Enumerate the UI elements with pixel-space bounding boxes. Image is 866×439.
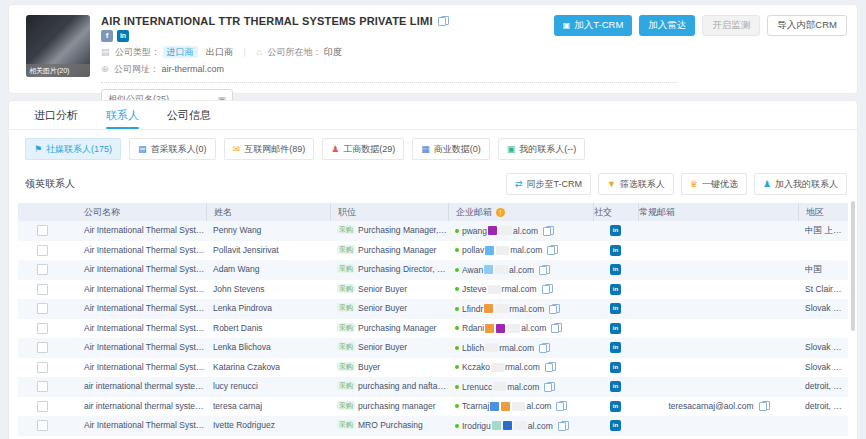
email-cell: Awanal.com	[448, 260, 593, 280]
table-row: Air International Thermal SystemsLenka B…	[18, 338, 848, 358]
regular-email-cell	[638, 377, 798, 397]
filter-chip[interactable]: ▦商业数据(0)	[412, 138, 490, 160]
filter-chip-label: 社媒联系人(175)	[46, 143, 112, 156]
email-prefix: Rdani	[462, 323, 484, 333]
row-checkbox[interactable]	[37, 303, 48, 314]
website-value[interactable]: air-thermal.com	[162, 64, 225, 74]
linkedin-icon[interactable]: in	[117, 30, 129, 42]
row-checkbox[interactable]	[37, 362, 48, 373]
exporter-tag[interactable]: 出口商	[206, 47, 233, 57]
social-cell: in	[593, 241, 638, 261]
linkedin-icon[interactable]: in	[610, 420, 621, 431]
section-row: 领英联系人 ⇄同步至T-CRM▼筛选联系人♛一键优选♟加入我的联系人	[9, 167, 857, 201]
table-action-button[interactable]: ♛一键优选	[681, 173, 747, 195]
linkedin-icon[interactable]: in	[610, 323, 621, 334]
row-checkbox[interactable]	[37, 225, 48, 236]
start-monitoring-button[interactable]: 开启监测	[702, 15, 760, 36]
linkedin-icon[interactable]: in	[610, 342, 621, 353]
masked-email-block	[491, 363, 504, 372]
table-action-label: 同步至T-CRM	[526, 178, 582, 191]
table-action-button[interactable]: ▼筛选联系人	[598, 173, 674, 195]
location-icon: ⌂	[256, 47, 261, 57]
table-action-button[interactable]: ♟加入我的联系人	[754, 173, 847, 195]
contact-filter-row: ⚑社媒联系人(175)▤首采联系人(0)✉互联网邮件(89)♟工商数据(29)▦…	[9, 130, 857, 167]
row-checkbox[interactable]	[37, 420, 48, 431]
row-checkbox[interactable]	[37, 245, 48, 256]
row-checkbox[interactable]	[37, 264, 48, 275]
masked-email-block	[492, 421, 501, 430]
email-status-dot	[455, 307, 459, 311]
social-cell: in	[593, 319, 638, 339]
tab-import-analysis[interactable]: 进口分析	[34, 101, 78, 129]
position-cell: 采购Senior Buyer	[330, 280, 448, 300]
linkedin-icon[interactable]: in	[610, 245, 621, 256]
filter-chip[interactable]: ▤首采联系人(0)	[129, 138, 216, 160]
table-row: Air International Thermal SystemsPollavi…	[18, 241, 848, 261]
copy-icon[interactable]	[539, 343, 548, 353]
social-contacts-icon: ⚑	[34, 144, 42, 154]
first-purchase-contacts-icon: ▤	[138, 144, 147, 154]
add-radar-button[interactable]: 加入雷达	[639, 15, 695, 36]
copy-icon[interactable]	[438, 16, 447, 26]
filter-chip[interactable]: ♟工商数据(29)	[322, 138, 404, 160]
copy-icon[interactable]	[545, 362, 554, 372]
row-checkbox[interactable]	[37, 323, 48, 334]
header-checkbox-col	[18, 203, 66, 221]
email-status-dot	[455, 287, 459, 291]
filter-chip[interactable]: ✉互联网邮件(89)	[224, 138, 315, 160]
sync-icon: ⇄	[515, 179, 523, 189]
copy-icon[interactable]	[759, 401, 768, 411]
import-crm-button[interactable]: 导入内部CRM	[767, 15, 847, 36]
email-cell: Irodrigual.com	[448, 416, 593, 436]
filter-chip[interactable]: ⚑社媒联系人(175)	[25, 138, 121, 160]
position-tag: 采购	[337, 303, 355, 312]
filter-chip-label: 工商数据(29)	[343, 143, 395, 156]
company-photo[interactable]: 相关图片(20)	[26, 15, 90, 77]
filter-chip[interactable]: ▣我的联系人(--)	[498, 138, 586, 160]
table-header: 公司名称 姓名 职位 企业邮箱 ! 社交 常规邮箱 地区	[18, 203, 848, 221]
copy-icon[interactable]	[558, 421, 567, 431]
email-status-dot	[455, 404, 459, 408]
masked-email-block	[507, 324, 520, 333]
linkedin-icon[interactable]: in	[610, 264, 621, 275]
position-cell: 采购Buyer	[330, 358, 448, 378]
tab-company-info[interactable]: 公司信息	[167, 101, 211, 129]
copy-icon[interactable]	[549, 304, 558, 314]
table-row: Air International Thermal SystemsAdam Wa…	[18, 260, 848, 280]
facebook-icon[interactable]: f	[101, 30, 113, 42]
add-tcrm-button[interactable]: ▣ 加入T-CRM	[554, 15, 633, 36]
photo-caption: 相关图片(20)	[26, 64, 90, 77]
company-header-card: 相关图片(20) AIR INTERNATIONAL TTR THERMAL S…	[8, 4, 858, 94]
row-checkbox[interactable]	[37, 342, 48, 353]
email-cell: pollavmal.com	[448, 241, 593, 261]
name-cell: lucy renucci	[206, 377, 330, 397]
add-person-icon: ♟	[763, 179, 771, 189]
row-checkbox-cell	[18, 221, 66, 241]
table-action-button[interactable]: ⇄同步至T-CRM	[506, 173, 591, 195]
region-cell: detroit, michigan, united st...	[798, 397, 848, 417]
importer-tag[interactable]: 进口商	[163, 46, 198, 58]
copy-icon[interactable]	[544, 382, 553, 392]
copy-icon[interactable]	[551, 323, 560, 333]
linkedin-icon[interactable]: in	[610, 303, 621, 314]
linkedin-icon[interactable]: in	[610, 225, 621, 236]
copy-icon[interactable]	[539, 265, 548, 275]
copy-icon[interactable]	[543, 226, 552, 236]
company-cell: Air International Thermal Systems	[66, 416, 206, 436]
tab-contacts[interactable]: 联系人	[106, 101, 139, 129]
copy-icon[interactable]	[556, 401, 565, 411]
row-checkbox[interactable]	[37, 381, 48, 392]
linkedin-icon[interactable]: in	[610, 362, 621, 373]
masked-email-block	[488, 226, 497, 235]
linkedin-icon[interactable]: in	[610, 284, 621, 295]
copy-icon[interactable]	[547, 245, 556, 255]
row-checkbox[interactable]	[37, 401, 48, 412]
contacts-table-body: Air International Thermal SystemsPenny W…	[18, 221, 848, 439]
row-checkbox[interactable]	[37, 284, 48, 295]
copy-icon[interactable]	[542, 284, 551, 294]
linkedin-icon[interactable]: in	[610, 401, 621, 412]
email-cell: Lfindrrmal.com	[448, 299, 593, 319]
linkedin-icon[interactable]: in	[610, 381, 621, 392]
vertical-scrollbar[interactable]	[851, 201, 855, 331]
position-tag: 采购	[337, 362, 355, 371]
